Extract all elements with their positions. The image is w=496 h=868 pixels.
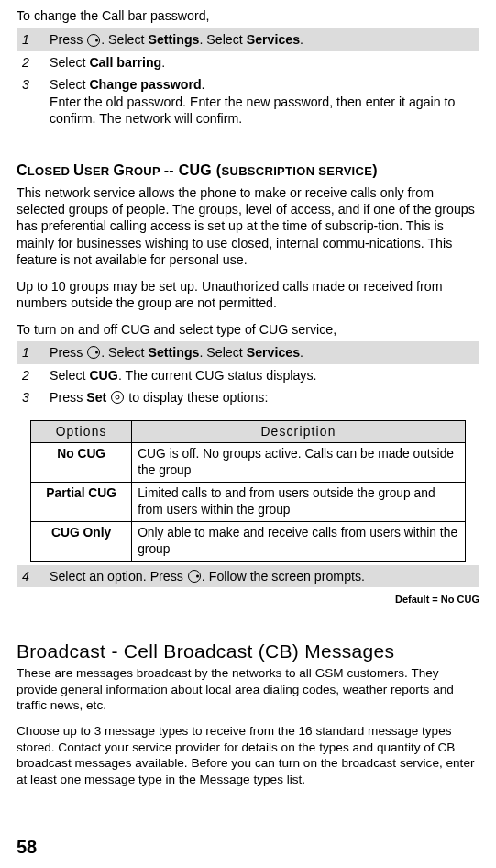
step-text: Press . Select Settings. Select Services…	[50, 344, 474, 361]
broadcast-paragraph-1: These are messages broadcast by the netw…	[17, 665, 479, 714]
options-table: Options Description No CUGCUG is off. No…	[30, 420, 466, 562]
h-part: U	[73, 162, 84, 178]
step-text: Press Set to display these options:	[50, 389, 474, 406]
option-desc: Limited calls to and from users outside …	[132, 483, 466, 522]
table-row: CUG OnlyOnly able to make and receive ca…	[31, 522, 466, 562]
nav-icon	[188, 570, 201, 583]
step-number: 2	[22, 367, 50, 384]
step-number: 2	[22, 54, 50, 71]
table-row: No CUGCUG is off. No groups active. Call…	[31, 443, 466, 483]
step-row: 2Select CUG. The current CUG status disp…	[17, 364, 479, 386]
h-part: LOSED	[28, 164, 73, 178]
table-row: Partial CUGLimited calls to and from use…	[31, 483, 466, 522]
option-desc: Only able to make and receive calls from…	[132, 522, 466, 562]
default-line: Default = No CUG	[17, 593, 479, 606]
step-text: Select Call barring.	[50, 54, 474, 71]
cug-paragraph-1: This network service allows the phone to…	[17, 184, 479, 269]
h-part: SER	[84, 164, 114, 178]
step-number: 3	[22, 389, 50, 406]
h-part: -- CUG (	[164, 162, 222, 178]
step-row: 1Press . Select Settings. Select Service…	[17, 28, 479, 50]
broadcast-paragraph-2: Choose up to 3 message types to receive …	[17, 723, 479, 788]
steps-cug: 1Press . Select Settings. Select Service…	[17, 341, 479, 408]
step-text: Press . Select Settings. Select Services…	[50, 31, 474, 48]
cug-paragraph-2: Up to 10 groups may be set up. Unauthori…	[17, 278, 479, 312]
h-part: )	[372, 162, 378, 178]
h-part: C	[17, 162, 28, 178]
step-text: Select an option. Press . Follow the scr…	[50, 568, 474, 584]
option-name: CUG Only	[31, 522, 132, 562]
nav-icon	[87, 34, 100, 47]
h-part: G	[113, 162, 125, 178]
option-name: No CUG	[31, 443, 132, 483]
step-number: 3	[22, 76, 50, 127]
cug-paragraph-3: To turn on and off CUG and select type o…	[17, 321, 479, 338]
step-number: 1	[22, 344, 50, 361]
step-number: 1	[22, 31, 50, 48]
step-row: 2Select Call barring.	[17, 51, 479, 73]
heading-cug: CLOSED USER GROUP -- CUG (SUBSCRIPTION S…	[17, 161, 479, 181]
nav-icon	[87, 346, 100, 359]
page-number: 58	[17, 835, 37, 859]
step-row: 4Select an option. Press . Follow the sc…	[17, 565, 479, 587]
intro-change-password: To change the Call bar password,	[17, 7, 479, 24]
step-text: Select CUG. The current CUG status displ…	[50, 367, 474, 384]
options-header: Options	[31, 420, 132, 443]
h-part: ROUP	[125, 164, 163, 178]
step-row: 3Press Set to display these options:	[17, 386, 479, 408]
heading-broadcast: Broadcast - Cell Broadcast (CB) Messages	[17, 639, 479, 663]
steps-change-password: 1Press . Select Settings. Select Service…	[17, 28, 479, 129]
step-row: 3Select Change password.Enter the old pa…	[17, 73, 479, 129]
select-icon	[111, 391, 124, 404]
option-desc: CUG is off. No groups active. Calls can …	[132, 443, 466, 483]
option-name: Partial CUG	[31, 483, 132, 522]
h-part: SUBSCRIPTION SERVICE	[222, 164, 373, 178]
description-header: Description	[132, 420, 466, 443]
step-number: 4	[22, 568, 50, 584]
options-body: No CUGCUG is off. No groups active. Call…	[31, 443, 466, 562]
step-row: 1Press . Select Settings. Select Service…	[17, 341, 479, 363]
step-4-box: 4Select an option. Press . Follow the sc…	[17, 565, 479, 587]
step-text: Select Change password.Enter the old pas…	[50, 76, 474, 127]
